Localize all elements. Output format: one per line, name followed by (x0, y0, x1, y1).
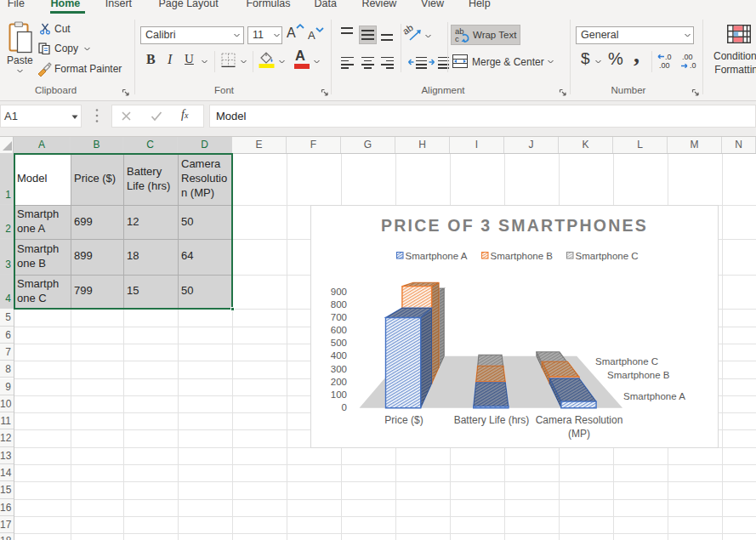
svg-text:.00: .00 (659, 61, 670, 70)
svg-text:600: 600 (331, 325, 347, 335)
svg-text:.00: .00 (682, 53, 693, 61)
svg-text:c: c (455, 34, 459, 43)
svg-text:Smartphone A: Smartphone A (406, 251, 468, 261)
svg-text:(MP): (MP) (568, 428, 590, 440)
svg-text:Smartphone C: Smartphone C (595, 356, 658, 367)
svg-text:Smartphone A: Smartphone A (623, 391, 685, 401)
svg-text:200: 200 (331, 377, 347, 387)
svg-text:Smartphone B: Smartphone B (607, 370, 670, 380)
svg-text:Price ($): Price ($) (384, 414, 423, 426)
svg-text:900: 900 (331, 287, 347, 297)
svg-text:Camera Resolution: Camera Resolution (536, 414, 623, 426)
svg-text:500: 500 (331, 338, 347, 348)
svg-text:Smartphone C: Smartphone C (576, 251, 639, 261)
svg-text:400: 400 (331, 350, 347, 361)
svg-text:0: 0 (342, 402, 347, 412)
svg-text:Battery Life (hrs): Battery Life (hrs) (454, 414, 530, 426)
svg-text:.0: .0 (690, 61, 696, 70)
svg-text:PRICE OF 3 SMARTPHONES: PRICE OF 3 SMARTPHONES (381, 216, 648, 235)
svg-text:300: 300 (331, 364, 347, 374)
svg-text:.0: .0 (665, 53, 672, 61)
svg-text:Smartphone B: Smartphone B (491, 251, 554, 261)
svg-text:700: 700 (331, 312, 347, 322)
svg-text:100: 100 (331, 389, 347, 400)
svg-text:800: 800 (331, 299, 347, 310)
